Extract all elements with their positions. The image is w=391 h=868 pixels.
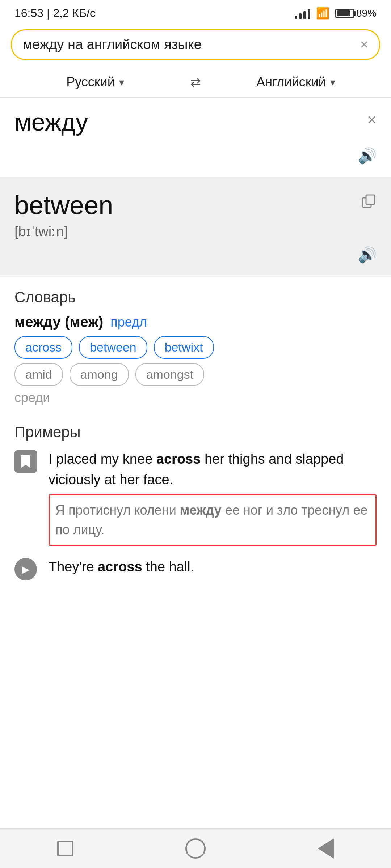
examples-section: Примеры I placed my knee across her thig… bbox=[0, 413, 391, 603]
example-item-1: I placed my knee across her thighs and s… bbox=[14, 449, 377, 546]
dictionary-section: Словарь между (меж) предл across between… bbox=[0, 277, 391, 405]
nav-square-button[interactable] bbox=[51, 834, 80, 863]
status-icons: 📶 89% bbox=[295, 7, 377, 20]
language-selector: Русский ▾ ⇄ Английский ▾ bbox=[0, 67, 391, 98]
source-word-section: между × 🔊 bbox=[0, 98, 391, 177]
target-language-button[interactable]: Английский ▾ bbox=[211, 75, 380, 90]
nav-circle-icon bbox=[185, 838, 206, 859]
search-input[interactable]: между на английском языке bbox=[23, 37, 354, 52]
synonym-chip-across[interactable]: across bbox=[14, 336, 72, 359]
translation-speaker-button[interactable]: 🔊 bbox=[358, 246, 377, 264]
play-icon-wrap: ▶ bbox=[14, 557, 41, 580]
example-1-ru: Я протиснул колени между ее ног и зло тр… bbox=[49, 494, 377, 546]
dictionary-title: Словарь bbox=[14, 289, 377, 306]
signal-icon bbox=[295, 8, 310, 19]
swap-languages-button[interactable]: ⇄ bbox=[180, 75, 211, 89]
transcription: [bɪˈtwiːn] bbox=[14, 224, 377, 239]
dict-word: между (меж) bbox=[14, 314, 103, 330]
dict-entry: между (меж) предл across between betwixt… bbox=[14, 314, 377, 405]
nav-square-icon bbox=[57, 841, 73, 856]
dict-pos: предл bbox=[110, 315, 147, 330]
search-clear-icon[interactable]: × bbox=[360, 37, 368, 52]
synonym-chip-amongst[interactable]: amongst bbox=[135, 363, 204, 386]
source-close-button[interactable]: × bbox=[367, 111, 377, 129]
example-2-texts: They're across the hall. bbox=[49, 557, 377, 582]
status-time: 16:53 | 2,2 КБ/с bbox=[14, 7, 96, 20]
example-item-2: ▶ They're across the hall. bbox=[14, 557, 377, 582]
status-bar: 16:53 | 2,2 КБ/с 📶 89% bbox=[0, 0, 391, 24]
synonyms-row: across between betwixt bbox=[14, 336, 377, 359]
svg-rect-1 bbox=[366, 195, 375, 204]
play-icon[interactable]: ▶ bbox=[14, 558, 37, 580]
example-2-en: They're across the hall. bbox=[49, 557, 377, 577]
source-word: между bbox=[14, 108, 88, 136]
wifi-icon: 📶 bbox=[316, 7, 329, 20]
synonym-chip-between[interactable]: between bbox=[79, 336, 147, 359]
search-bar-wrap: между на английском языке × bbox=[0, 24, 391, 67]
translation-word: between bbox=[14, 190, 113, 220]
synonym-chip-betwixt[interactable]: betwixt bbox=[154, 336, 214, 359]
source-language-button[interactable]: Русский ▾ bbox=[11, 75, 180, 90]
example-1-en: I placed my knee across her thighs and s… bbox=[49, 449, 377, 490]
synonym-chip-among[interactable]: among bbox=[70, 363, 129, 386]
source-language-label: Русский bbox=[66, 75, 115, 90]
search-bar[interactable]: между на английском языке × bbox=[11, 29, 380, 60]
nav-back-icon bbox=[318, 838, 334, 859]
dict-also-label: среди bbox=[14, 390, 377, 405]
target-language-chevron: ▾ bbox=[330, 76, 335, 88]
translation-section: between [bɪˈtwiːn] 🔊 bbox=[0, 177, 391, 277]
battery-icon bbox=[335, 9, 354, 18]
example-1-texts: I placed my knee across her thighs and s… bbox=[49, 449, 377, 546]
source-language-chevron: ▾ bbox=[119, 76, 124, 88]
bottom-nav bbox=[0, 828, 391, 868]
copy-translation-button[interactable] bbox=[361, 193, 377, 213]
target-language-label: Английский bbox=[256, 75, 325, 90]
source-speaker-button[interactable]: 🔊 bbox=[358, 147, 377, 165]
bookmark-icon-wrap bbox=[14, 449, 41, 473]
synonym-chip-amid[interactable]: amid bbox=[14, 363, 63, 386]
nav-home-button[interactable] bbox=[181, 834, 210, 863]
examples-title: Примеры bbox=[14, 424, 377, 441]
battery-percent: 89% bbox=[356, 8, 377, 19]
also-synonyms-row: amid among amongst bbox=[14, 363, 377, 386]
bookmark-icon bbox=[14, 450, 37, 473]
battery-indicator: 89% bbox=[335, 8, 377, 19]
nav-back-button[interactable] bbox=[311, 834, 340, 863]
